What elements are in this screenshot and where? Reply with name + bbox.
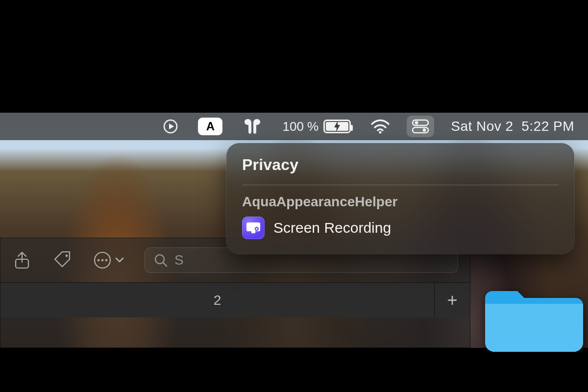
charging-bolt-icon: [333, 121, 341, 132]
ellipsis-circle-icon: [93, 250, 112, 270]
svg-line-14: [163, 263, 167, 266]
desktop-folder[interactable]: [480, 284, 583, 353]
battery-menu-extra[interactable]: 100 %: [279, 113, 354, 140]
magnifying-glass-icon: [154, 253, 168, 267]
privacy-popover: Privacy AquaAppearanceHelper Screen Reco…: [226, 143, 574, 254]
svg-point-18: [256, 228, 258, 230]
share-icon[interactable]: [12, 250, 32, 270]
tags-icon[interactable]: [52, 250, 72, 270]
chevron-down-icon: [115, 257, 124, 264]
desktop: A 100 %: [0, 113, 588, 348]
svg-point-12: [105, 259, 108, 262]
airpods-menu-extra[interactable]: [239, 113, 266, 140]
svg-point-11: [101, 259, 104, 262]
menu-bar: A 100 %: [0, 113, 588, 140]
wifi-menu-extra[interactable]: [368, 113, 393, 140]
folder-icon: [480, 284, 583, 353]
svg-point-6: [423, 128, 426, 132]
finder-tab[interactable]: 2: [0, 283, 435, 318]
svg-point-4: [415, 121, 418, 124]
screen-recording-icon: [242, 217, 265, 239]
control-center-icon: [412, 119, 429, 134]
popover-permission-row[interactable]: Screen Recording: [242, 217, 559, 239]
now-playing-menu-extra[interactable]: [160, 113, 181, 140]
svg-rect-16: [251, 231, 255, 233]
more-actions-button[interactable]: [93, 250, 124, 270]
battery-percent-text: 100 %: [282, 119, 318, 134]
input-source-icon: A: [198, 118, 222, 135]
svg-point-10: [98, 259, 100, 262]
svg-point-8: [66, 255, 68, 257]
input-source-menu-extra[interactable]: A: [195, 113, 225, 140]
svg-marker-1: [169, 123, 174, 129]
finder-window: S 2 +: [0, 238, 470, 348]
popover-title: Privacy: [242, 156, 559, 174]
wifi-icon: [370, 119, 390, 134]
search-field-text: S: [174, 252, 184, 268]
airpods-icon: [242, 118, 263, 135]
menubar-date: Sat Nov 2: [451, 119, 513, 134]
plus-icon: +: [447, 290, 457, 311]
popover-divider: [242, 185, 559, 185]
battery-icon: [323, 120, 351, 133]
clock-menu-extra[interactable]: Sat Nov 2 5:22 PM: [448, 113, 577, 140]
svg-point-2: [379, 131, 382, 133]
finder-tab-label: 2: [214, 293, 221, 308]
now-playing-icon: [163, 119, 178, 134]
menubar-time: 5:22 PM: [521, 119, 574, 134]
finder-tab-bar: 2 +: [0, 282, 470, 318]
popover-app-name: AquaAppearanceHelper: [242, 194, 559, 210]
control-center-menu-extra[interactable]: [407, 116, 434, 137]
popover-permission-label: Screen Recording: [273, 220, 391, 236]
new-tab-button[interactable]: +: [435, 283, 470, 318]
